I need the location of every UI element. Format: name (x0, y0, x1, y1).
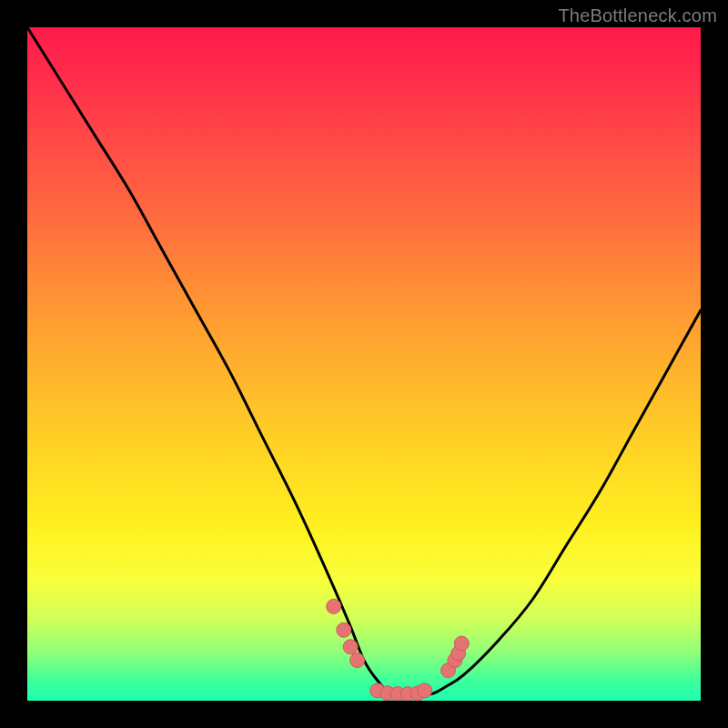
watermark-text: TheBottleneck.com (558, 5, 717, 26)
data-marker (418, 683, 432, 698)
curve-line (27, 27, 701, 695)
data-marker (327, 599, 341, 613)
bottleneck-chart (27, 27, 701, 701)
data-marker (343, 640, 358, 654)
chart-frame: TheBottleneck.com (0, 0, 728, 728)
data-marker (337, 622, 351, 637)
data-marker (454, 636, 469, 651)
plot-area (27, 27, 701, 701)
data-marker (350, 653, 365, 668)
